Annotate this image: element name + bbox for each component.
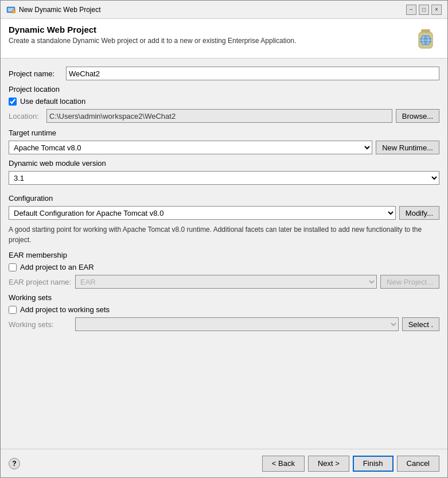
title-bar-left: ! New Dynamic Web Project	[6, 5, 101, 14]
new-runtime-button[interactable]: New Runtime...	[376, 141, 439, 154]
use-default-location-text: Use default location	[20, 97, 85, 106]
title-bar-controls: − □ ×	[406, 5, 442, 15]
project-name-row: Project name:	[9, 67, 439, 80]
target-runtime-row: Apache Tomcat v8.0 New Runtime...	[9, 141, 439, 154]
svg-text:!: !	[13, 10, 14, 13]
ear-membership-label: EAR membership	[9, 251, 439, 259]
working-sets-select	[75, 317, 399, 331]
add-to-working-sets-checkbox[interactable]	[9, 306, 17, 314]
project-location-label: Project location	[9, 85, 439, 94]
title-bar-title: New Dynamic Web Project	[19, 6, 101, 14]
target-runtime-select[interactable]: Apache Tomcat v8.0	[9, 141, 372, 154]
next-button[interactable]: Next >	[308, 456, 349, 472]
new-project-button: New Project...	[380, 275, 439, 289]
configuration-info: A good starting point for working with A…	[9, 224, 439, 245]
location-label: Location:	[9, 112, 43, 121]
title-bar: ! New Dynamic Web Project − □ ×	[1, 1, 447, 19]
target-runtime-label: Target runtime	[9, 129, 439, 137]
working-sets-row: Working sets: Select .	[9, 317, 439, 331]
configuration-select[interactable]: Default Configuration for Apache Tomcat …	[9, 206, 396, 220]
finish-button[interactable]: Finish	[353, 456, 394, 472]
ear-project-name-row: EAR project name: EAR New Project...	[9, 275, 439, 289]
close-button[interactable]: ×	[431, 5, 442, 15]
add-to-ear-row: Add project to an EAR	[9, 263, 439, 271]
header-title: Dynamic Web Project	[9, 25, 296, 34]
maximize-button[interactable]: □	[419, 5, 429, 15]
working-sets-label: Working sets	[9, 293, 439, 302]
header-text: Dynamic Web Project Create a standalone …	[9, 25, 296, 45]
project-name-input[interactable]	[66, 67, 439, 80]
project-icon: !	[6, 5, 15, 14]
add-to-working-sets-text: Add project to working sets	[20, 305, 110, 314]
configuration-row: Default Configuration for Apache Tomcat …	[9, 206, 439, 220]
globe-icon	[412, 25, 439, 52]
cancel-button[interactable]: Cancel	[397, 456, 439, 472]
header: Dynamic Web Project Create a standalone …	[1, 19, 447, 59]
footer-buttons: < Back Next > Finish Cancel	[262, 456, 439, 472]
configuration-label: Configuration	[9, 194, 439, 203]
header-description: Create a standalone Dynamic Web project …	[9, 37, 296, 45]
dynamic-web-module-label: Dynamic web module version	[9, 159, 439, 168]
help-button[interactable]: ?	[9, 458, 20, 469]
working-sets-field-label: Working sets:	[9, 320, 72, 329]
back-button[interactable]: < Back	[262, 456, 305, 472]
modify-button[interactable]: Modify...	[399, 206, 439, 220]
ear-project-name-select: EAR	[75, 275, 377, 289]
minimize-button[interactable]: −	[406, 5, 416, 15]
dialog: ! New Dynamic Web Project − □ × Dynamic …	[0, 0, 448, 478]
dynamic-web-module-select[interactable]: 3.1 3.0 2.5 2.4 2.3	[9, 171, 439, 185]
browse-button[interactable]: Browse...	[396, 109, 439, 123]
project-name-label: Project name:	[9, 69, 66, 78]
footer: ? < Back Next > Finish Cancel	[1, 449, 447, 477]
content: Project name: Project location Use defau…	[1, 59, 447, 449]
select-button[interactable]: Select .	[402, 317, 439, 331]
footer-left: ?	[9, 458, 20, 469]
add-to-ear-checkbox[interactable]	[9, 263, 17, 271]
use-default-location-row: Use default location	[9, 97, 439, 106]
add-to-ear-text: Add project to an EAR	[20, 263, 94, 271]
ear-project-name-label: EAR project name:	[9, 278, 72, 286]
location-row: Location: Browse...	[9, 109, 439, 123]
add-to-working-sets-row: Add project to working sets	[9, 305, 439, 314]
use-default-location-checkbox[interactable]	[9, 98, 17, 106]
location-input[interactable]	[46, 109, 392, 123]
svg-rect-4	[421, 29, 430, 32]
